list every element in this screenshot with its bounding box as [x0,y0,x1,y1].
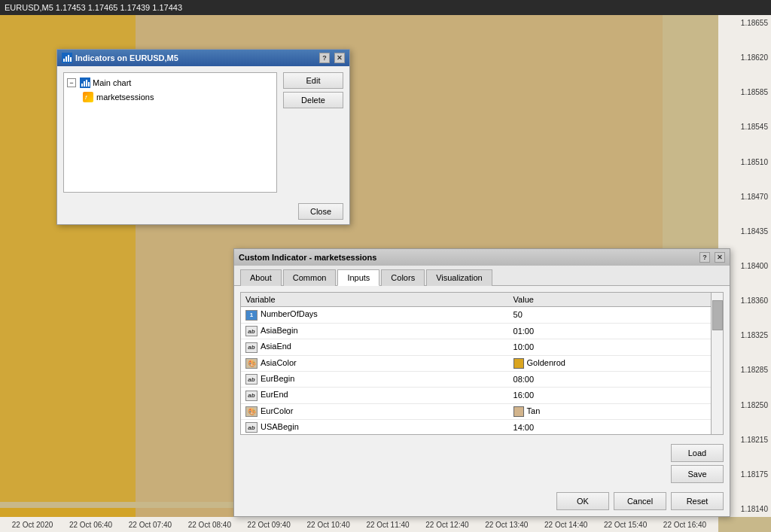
indicators-dialog-titlebar: Indicators on EURUSD,M5 ? ✕ [57,50,349,66]
scrollbar-thumb[interactable] [712,300,723,330]
tree-marketsessions[interactable]: f marketsessions [67,90,273,105]
row-type-icon: ab [245,391,258,401]
load-button[interactable]: Load [671,444,724,462]
indicator-buttons: Edit Delete [283,72,343,193]
tab-colors[interactable]: Colors [381,269,425,286]
col-variable: Variable [241,293,509,307]
row-type-icon: ab [245,342,258,353]
save-button[interactable]: Save [671,465,724,483]
row-type-icon: 🎨 [245,358,258,369]
tab-common[interactable]: Common [283,269,337,286]
custom-help-button[interactable]: ? [699,252,710,263]
custom-titlebar-controls: ? ✕ [699,252,725,263]
delete-button[interactable]: Delete [283,92,343,108]
marketsessions-label: marketsessions [96,93,154,102]
row-type-icon: ab [245,422,258,433]
color-swatch [513,406,524,417]
indicators-dialog-footer: Close [57,199,349,224]
svg-rect-8 [86,80,87,87]
load-save-panel: Load Save [671,444,724,483]
chart-tree-icon [80,78,90,88]
edit-button[interactable]: Edit [283,72,343,89]
svg-rect-2 [66,56,67,62]
chart-symbol-info: EURUSD,M5 1.17453 1.17465 1.17439 1.1744… [5,3,182,12]
svg-rect-1 [63,59,65,62]
help-button[interactable]: ? [319,53,330,63]
svg-rect-6 [81,84,83,87]
row-type-icon: 🎨 [245,406,258,417]
chart-x-axis: 22 Oct 2020 22 Oct 06:40 22 Oct 07:40 22… [0,517,718,532]
cancel-button[interactable]: Cancel [614,492,666,510]
indicator-icon: f [82,91,94,103]
bottom-yellow-band [0,508,136,517]
custom-dialog-titlebar: Custom Indicator - marketsessions ? ✕ [234,249,730,266]
dialog-body: − Main chart [57,66,349,199]
reset-button[interactable]: Reset [671,492,724,510]
table-row[interactable]: abAsiaBegin 01:00 [241,323,711,339]
table-row[interactable]: 🎨AsiaColor Goldenrod [241,355,711,371]
custom-close-button[interactable]: ✕ [715,252,725,263]
table-scrollbar[interactable] [712,292,724,435]
tab-visualization[interactable]: Visualization [426,269,492,286]
tab-bar: About Common Inputs Colors Visualization [234,266,730,286]
titlebar-left: Indicators on EURUSD,M5 [62,53,178,63]
table-row[interactable]: abEurBegin 08:00 [241,371,711,388]
svg-rect-3 [68,55,69,62]
table-row[interactable]: abAsiaEnd 10:00 [241,339,711,356]
tab-about[interactable]: About [240,269,282,286]
svg-rect-4 [70,57,72,62]
custom-titlebar-left: Custom Indicator - marketsessions [239,253,376,262]
chart-header: EURUSD,M5 1.17453 1.17465 1.17439 1.1744… [0,0,771,15]
titlebar-controls: ? ✕ [319,53,345,63]
indicators-dialog-title: Indicators on EURUSD,M5 [75,53,178,62]
indicators-dialog: Indicators on EURUSD,M5 ? ✕ − Mai [56,49,350,225]
tree-main-chart[interactable]: − Main chart [67,76,273,90]
ok-button[interactable]: OK [556,492,609,510]
custom-indicator-dialog: Custom Indicator - marketsessions ? ✕ Ab… [233,248,730,517]
color-swatch [513,358,524,369]
close-button[interactable]: ✕ [334,53,345,63]
inputs-table: Variable Value 1NumberOfDays 50 abAsiaBe… [240,292,712,435]
table-row[interactable]: 🎨EurColor Tan [241,403,711,419]
row-type-icon: ab [245,374,258,385]
row-type-icon: 1 [245,310,258,321]
dialog-bottom: Load Save [234,441,730,489]
main-chart-label: Main chart [93,78,131,87]
indicator-tree: − Main chart [63,72,277,193]
row-type-icon: ab [245,326,258,336]
tab-inputs[interactable]: Inputs [337,269,379,286]
table-wrapper: Variable Value 1NumberOfDays 50 abAsiaBe… [240,292,724,435]
ok-cancel-row: OK Cancel Reset [234,489,730,516]
table-row[interactable]: 1NumberOfDays 50 [241,307,711,324]
col-value: Value [509,293,711,307]
svg-rect-9 [88,82,90,87]
table-row[interactable]: abEurEnd 16:00 [241,388,711,404]
chart-icon [62,53,72,63]
x-axis-timestamp: 22 Oct 10:40 [306,521,349,529]
svg-rect-7 [84,81,85,87]
expand-toggle[interactable]: − [67,78,76,87]
close-dialog-button[interactable]: Close [298,203,343,220]
table-row[interactable]: abUSABegin 14:00 [241,419,711,435]
custom-dialog-title: Custom Indicator - marketsessions [239,253,376,262]
